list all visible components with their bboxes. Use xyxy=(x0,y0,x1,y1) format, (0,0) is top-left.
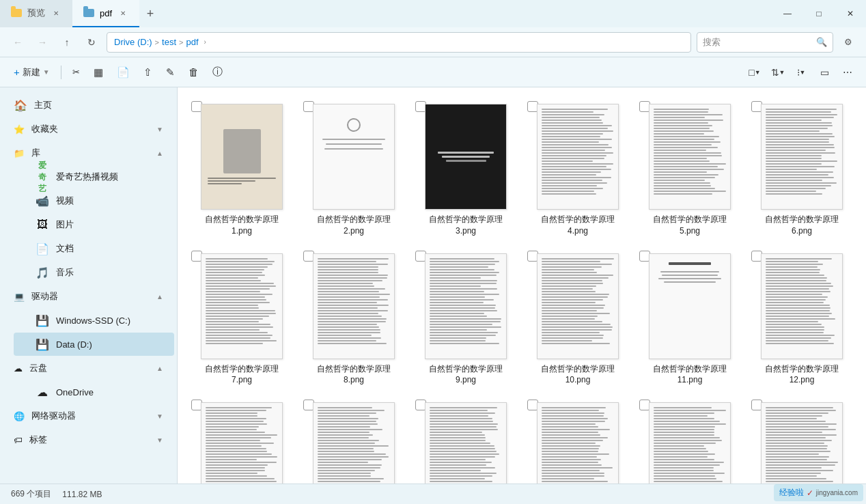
file-name: 自然哲学的数学原理12.png xyxy=(765,363,839,387)
onedrive-icon: ☁ xyxy=(36,386,49,399)
breadcrumb-sep-2: > xyxy=(179,38,183,46)
tab-pdf-close[interactable]: ✕ xyxy=(117,8,128,18)
info-button[interactable]: ⓘ xyxy=(207,62,228,83)
cut-button[interactable]: ✂ xyxy=(67,62,85,83)
delete-button[interactable]: 🗑 xyxy=(183,62,204,83)
breadcrumb[interactable]: Drive (D:) > test > pdf › xyxy=(107,32,691,53)
minimize-button[interactable]: — xyxy=(772,0,803,27)
share-button[interactable]: ⇧ xyxy=(138,62,158,83)
settings-button[interactable]: ⚙ xyxy=(839,33,858,52)
new-dropdown-icon: ▼ xyxy=(43,68,50,76)
sidebar-item-data-d[interactable]: 💾 Data (D:) xyxy=(14,333,174,356)
rename-icon: ✎ xyxy=(166,66,175,79)
sidebar-label-home: 主页 xyxy=(34,99,52,111)
sidebar-item-network[interactable]: 🌐 网络驱动器 ▼ xyxy=(3,404,174,428)
file-thumbnail xyxy=(201,104,283,210)
sidebar-item-doc[interactable]: 📄 文档 xyxy=(14,237,174,260)
sidebar-item-image[interactable]: 🖼 图片 xyxy=(14,213,174,236)
file-item[interactable]: 自然哲学的数学原理3.png xyxy=(413,98,519,242)
pane-button[interactable]: ▭ xyxy=(814,62,835,83)
search-box[interactable]: 搜索 🔍 xyxy=(697,32,833,53)
tab-pdf-label: pdf xyxy=(100,8,112,18)
rename-button[interactable]: ✎ xyxy=(160,62,180,83)
sidebar-item-drive[interactable]: 💻 驱动器 ▲ xyxy=(3,285,174,308)
tab-preview-label: 预览 xyxy=(27,7,45,19)
file-item[interactable]: 自然哲学的数学原理5.png xyxy=(637,98,743,242)
file-item[interactable]: 自然哲学的数学原理2.png xyxy=(301,98,407,242)
tab-pdf[interactable]: pdf ✕ xyxy=(72,0,139,27)
sidebar-item-onedrive[interactable]: ☁ OneDrive xyxy=(14,380,174,404)
file-item[interactable]: 自然哲学的数学原理17.png xyxy=(637,397,743,484)
file-item[interactable]: 自然哲学的数学原理16.png xyxy=(525,397,631,484)
sidebar-label-cloud: 云盘 xyxy=(29,362,47,374)
sidebar-item-tags[interactable]: 🏷 标签 ▼ xyxy=(3,428,174,451)
sort-button[interactable]: ⇅ ▼ xyxy=(768,62,788,83)
cloud-icon: ☁ xyxy=(14,363,23,374)
sidebar-item-music[interactable]: 🎵 音乐 xyxy=(14,261,174,284)
favorites-expand-icon: ▼ xyxy=(156,126,163,133)
new-button[interactable]: + 新建 ▼ xyxy=(8,62,55,83)
more-button[interactable]: ⋯ xyxy=(837,62,858,83)
file-item[interactable]: 自然哲学的数学原理11.png xyxy=(637,248,743,392)
file-name: 自然哲学的数学原理7.png xyxy=(205,363,279,387)
file-item[interactable]: 自然哲学的数学原理12.png xyxy=(749,248,855,392)
file-item[interactable]: 自然哲学的数学原理13.png xyxy=(188,397,295,484)
file-item[interactable]: 自然哲学的数学原理18.png xyxy=(749,397,855,484)
forward-button[interactable]: → xyxy=(33,33,52,52)
file-name: 自然哲学的数学原理2.png xyxy=(317,214,391,237)
breadcrumb-drive[interactable]: Drive (D:) xyxy=(114,37,152,47)
toolbar-right: □ ▼ ⇅ ▼ ⁝ ▼ ▭ ⋯ xyxy=(744,62,858,83)
file-item[interactable]: 自然哲学的数学原理8.png xyxy=(301,248,407,392)
sidebar-item-cloud[interactable]: ☁ 云盘 ▲ xyxy=(3,356,174,380)
breadcrumb-sep-1: > xyxy=(155,38,159,46)
sidebar-label-image: 图片 xyxy=(56,219,74,231)
library-icon: 📁 xyxy=(14,148,25,158)
layout-button[interactable]: ⁝ ▼ xyxy=(791,62,811,83)
sidebar-label-drive: 驱动器 xyxy=(31,290,58,303)
toolbar: + 新建 ▼ ✂ ▦ 📄 ⇧ ✎ 🗑 ⓘ □ ▼ ⇅ ▼ ⁝ ▼ xyxy=(0,57,866,87)
image-icon: 🖼 xyxy=(36,219,49,231)
file-item[interactable]: 自然哲学的数学原理1.png xyxy=(188,98,295,242)
new-tab-button[interactable]: + xyxy=(139,0,161,27)
close-button[interactable]: ✕ xyxy=(835,0,866,27)
maximize-button[interactable]: □ xyxy=(803,0,835,27)
file-item[interactable]: 自然哲学的数学原理4.png xyxy=(525,98,631,242)
view-options-icon: □ xyxy=(749,67,754,78)
sidebar-item-library[interactable]: 📁 库 ▲ xyxy=(3,141,174,165)
sidebar-label-network: 网络驱动器 xyxy=(31,410,76,422)
paste-button[interactable]: 📄 xyxy=(111,62,135,83)
file-item[interactable]: 自然哲学的数学原理14.png xyxy=(301,397,407,484)
pane-icon: ▭ xyxy=(820,67,829,78)
toolbar-separator-1 xyxy=(61,66,61,79)
titlebar: 预览 ✕ pdf ✕ + — □ ✕ xyxy=(0,0,866,27)
sidebar-item-windows-ssd[interactable]: 💾 Windows-SSD (C:) xyxy=(14,309,174,332)
file-item[interactable]: 自然哲学的数学原理7.png xyxy=(188,248,295,392)
file-item[interactable]: 自然哲学的数学原理9.png xyxy=(413,248,519,392)
refresh-button[interactable]: ↻ xyxy=(82,33,101,52)
file-thumbnail xyxy=(313,402,395,484)
file-thumbnail xyxy=(313,253,395,359)
file-name: 自然哲学的数学原理6.png xyxy=(765,214,839,237)
up-button[interactable]: ↑ xyxy=(57,33,76,52)
breadcrumb-pdf[interactable]: pdf xyxy=(186,37,198,47)
tab-preview[interactable]: 预览 ✕ xyxy=(0,0,72,27)
file-thumbnail xyxy=(201,402,283,484)
breadcrumb-test[interactable]: test xyxy=(162,37,176,47)
file-item[interactable]: 自然哲学的数学原理15.png xyxy=(413,397,519,484)
file-item[interactable]: 自然哲学的数学原理6.png xyxy=(749,98,855,242)
layout-arrow: ▼ xyxy=(800,69,806,76)
cloud-expand-icon: ▲ xyxy=(156,365,163,372)
item-count: 669 个项目 xyxy=(11,488,51,500)
tab-preview-close[interactable]: ✕ xyxy=(51,8,61,18)
file-thumbnail xyxy=(761,104,843,210)
sidebar-item-favorites[interactable]: ⭐ 收藏夹 ▼ xyxy=(3,117,174,141)
file-item[interactable]: 自然哲学的数学原理10.png xyxy=(525,248,631,392)
titlebar-controls: — □ ✕ xyxy=(772,0,866,27)
sort-icon: ⇅ xyxy=(771,67,779,78)
back-button[interactable]: ← xyxy=(8,33,27,52)
view-options-button[interactable]: □ ▼ xyxy=(744,62,765,83)
sidebar-item-aiqiyi[interactable]: 爱奇艺 爱奇艺热播视频 xyxy=(14,165,174,188)
sidebar-item-home[interactable]: 🏠 主页 xyxy=(3,94,174,117)
copy-button[interactable]: ▦ xyxy=(88,62,109,83)
breadcrumb-arrow: › xyxy=(204,38,206,46)
